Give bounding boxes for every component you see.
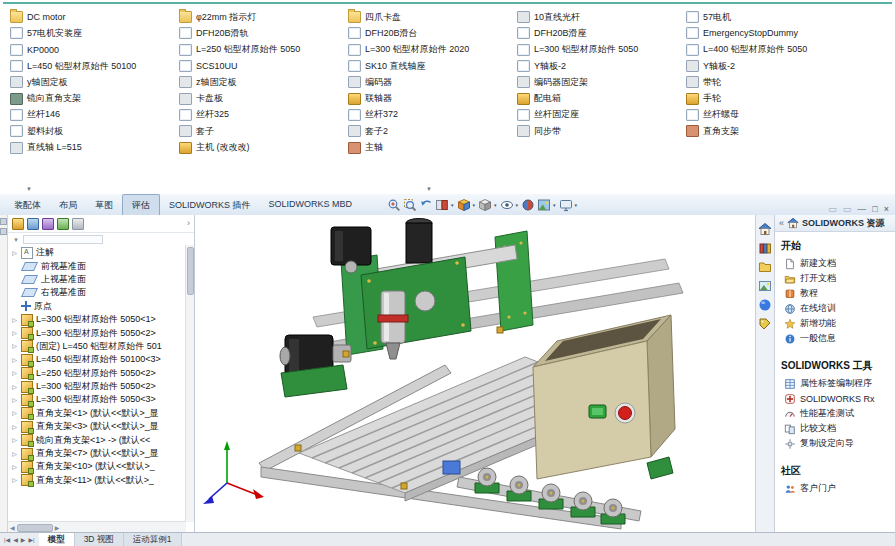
task-pane-item[interactable]: 性能基准测试 <box>775 406 895 421</box>
file-item[interactable]: 主机 (改改改) <box>177 139 346 155</box>
minimize-button[interactable]: — <box>857 205 866 214</box>
tree-vertical-scrollbar[interactable] <box>185 245 194 522</box>
file-item[interactable]: 10直线光杆 <box>515 9 684 25</box>
tree-item[interactable]: ▷L=450 铝型材原始件 50100<3> <box>8 353 186 366</box>
featuremanager-tab[interactable] <box>12 218 24 230</box>
tree-item[interactable]: ▷L=300 铝型材原始件 5050<1> <box>8 313 186 326</box>
task-pane-item[interactable]: 教程 <box>775 286 895 301</box>
task-pane-item[interactable]: 一般信息 <box>775 331 895 346</box>
ribbon-tab[interactable]: 草图 <box>86 194 122 215</box>
custom-properties-tab-icon[interactable] <box>758 317 772 331</box>
view-palette-tab-icon[interactable] <box>758 279 772 293</box>
file-item[interactable]: 直线轴 L=515 <box>8 139 177 155</box>
tree-item[interactable]: ▷直角支架<7> (默认<<默认>_显 <box>8 447 186 460</box>
tree-item[interactable]: ▷直角支架<10> (默认<<默认>_ <box>8 460 186 473</box>
task-pane-item[interactable]: 属性标签编制程序 <box>775 376 895 391</box>
task-pane-item[interactable]: 复制设定向导 <box>775 436 895 451</box>
task-pane-item[interactable]: 新增功能 <box>775 316 895 331</box>
view-orientation-icon[interactable] <box>457 198 471 212</box>
expand-arrow-icon[interactable]: ▷ <box>11 424 18 430</box>
configurationmanager-tab[interactable] <box>42 218 54 230</box>
task-pane-item[interactable]: 客户门户 <box>775 481 895 496</box>
dropdown-caret-icon[interactable]: ▾ <box>516 202 519 208</box>
propertymanager-tab[interactable] <box>27 218 39 230</box>
expand-arrow-icon[interactable]: ▷ <box>11 410 18 416</box>
file-item[interactable]: DC motor <box>8 9 177 25</box>
scroll-left-icon[interactable]: ◀ <box>10 525 15 531</box>
zoom-fit-icon[interactable] <box>387 198 401 212</box>
scroll-right-icon[interactable]: ▶ <box>55 525 60 531</box>
scrollbar-thumb[interactable] <box>17 524 53 532</box>
sheet-nav-icon[interactable]: ▶| <box>28 537 34 543</box>
collapse-chevron-icon[interactable]: « <box>779 218 784 228</box>
file-item[interactable]: KP0000 <box>8 42 177 58</box>
file-item[interactable]: 联轴器 <box>346 90 515 106</box>
tree-item[interactable]: ▷(固定) L=450 铝型材原始件 501 <box>8 340 186 353</box>
tree-item[interactable]: 上视基准面 <box>8 273 186 286</box>
file-item[interactable]: L=300 铝型材原始件 5050 <box>515 42 684 58</box>
file-item[interactable]: L=400 铝型材原始件 5050 <box>684 42 853 58</box>
close-button[interactable]: × <box>884 205 889 214</box>
file-item[interactable]: DFH20B滑座 <box>515 25 684 41</box>
file-item[interactable]: 手轮 <box>684 90 853 106</box>
appearances-tab-icon[interactable] <box>758 298 772 312</box>
hide-show-items-icon[interactable] <box>500 198 514 212</box>
dropdown-caret-icon[interactable]: ▾ <box>553 202 556 208</box>
file-item[interactable]: 主轴 <box>346 139 515 155</box>
view-settings-icon[interactable] <box>559 198 573 212</box>
file-item[interactable]: 套子2 <box>346 123 515 139</box>
tree-item[interactable]: ▷直角支架<1> (默认<<默认>_显 <box>8 407 186 420</box>
file-item[interactable]: 丝杆325 <box>177 107 346 123</box>
file-item[interactable]: 丝杆固定座 <box>515 107 684 123</box>
previous-view-icon[interactable] <box>419 198 433 212</box>
ribbon-tab[interactable]: 布局 <box>50 194 86 215</box>
display-style-icon[interactable] <box>478 198 492 212</box>
file-item[interactable]: φ22mm 指示灯 <box>177 9 346 25</box>
file-item[interactable]: Y轴板-2 <box>515 58 684 74</box>
file-item[interactable]: 塑料封板 <box>8 123 177 139</box>
file-item[interactable]: 卡盘板 <box>177 90 346 106</box>
file-item[interactable]: z轴固定板 <box>177 74 346 90</box>
chevron-down-icon[interactable]: ▼ <box>26 186 32 192</box>
graphics-viewport[interactable] <box>195 215 755 533</box>
expand-arrow-icon[interactable]: ▷ <box>11 357 18 363</box>
file-explorer-tab-icon[interactable] <box>758 260 772 274</box>
tree-item[interactable]: 右视基准面 <box>8 286 186 299</box>
restore-button[interactable]: □ <box>872 205 877 214</box>
task-pane-item[interactable]: 比较文档 <box>775 421 895 436</box>
file-item[interactable]: SK10 直线轴座 <box>346 58 515 74</box>
task-pane-item[interactable]: 打开文档 <box>775 271 895 286</box>
file-item[interactable]: EmergencyStopDummy <box>684 25 853 41</box>
cnc-machine-3d-model[interactable] <box>195 215 755 533</box>
file-item[interactable]: 编码器 <box>346 74 515 90</box>
file-item[interactable]: 四爪卡盘 <box>346 9 515 25</box>
ribbon-tab[interactable]: 装配体 <box>5 194 50 215</box>
tree-item[interactable]: 前视基准面 <box>8 259 186 272</box>
file-item[interactable]: L=450 铝型材原始件 50100 <box>8 58 177 74</box>
file-item[interactable]: 编码器固定架 <box>515 74 684 90</box>
tree-item[interactable]: ▷直角支架<11> (默认<<默认>_ <box>8 474 186 487</box>
doc-tile-button[interactable]: ▭ <box>828 205 837 214</box>
zoom-area-icon[interactable] <box>403 198 417 212</box>
file-item[interactable]: Y轴板-2 <box>684 58 853 74</box>
file-item[interactable]: SCS10UU <box>177 58 346 74</box>
solidworks-resources-tab-icon[interactable] <box>758 222 772 236</box>
file-item[interactable]: DFH20B滑台 <box>346 25 515 41</box>
task-pane-item[interactable]: SOLIDWORKS Rx <box>775 391 895 406</box>
tree-item[interactable]: 原点 <box>8 300 186 313</box>
bottom-tab[interactable]: 3D 视图 <box>75 533 124 546</box>
bottom-tab[interactable]: 模型 <box>39 533 75 546</box>
panel-tabs-more-icon[interactable]: › <box>187 219 190 228</box>
file-item[interactable]: 丝杆372 <box>346 107 515 123</box>
dropdown-caret-icon[interactable]: ▾ <box>494 202 497 208</box>
tree-item[interactable]: ▷注解 <box>8 246 186 259</box>
displaymanager-tab[interactable] <box>72 218 84 230</box>
chevron-down-icon[interactable]: ▼ <box>426 186 432 192</box>
tree-item[interactable]: ▷L=300 铝型材原始件 5050<2> <box>8 380 186 393</box>
dropdown-caret-icon[interactable]: ▾ <box>473 202 476 208</box>
expand-arrow-icon[interactable]: ▷ <box>11 437 18 443</box>
design-library-tab-icon[interactable] <box>758 241 772 255</box>
expand-arrow-icon[interactable]: ▷ <box>11 451 18 457</box>
file-item[interactable]: 丝杆螺母 <box>684 107 853 123</box>
filter-funnel-icon[interactable]: ▼ <box>13 237 19 243</box>
